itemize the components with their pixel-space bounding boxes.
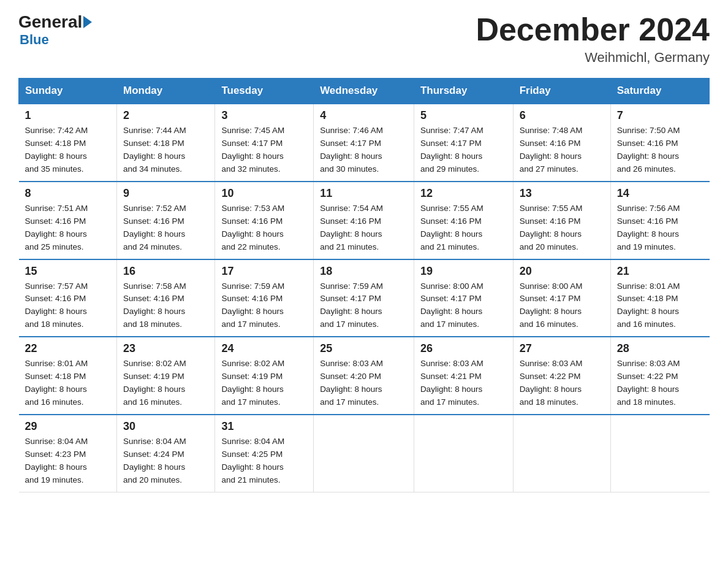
table-row: 23 Sunrise: 8:02 AM Sunset: 4:19 PM Dayl…	[117, 337, 215, 415]
day-info: Sunrise: 7:54 AM Sunset: 4:16 PM Dayligh…	[320, 202, 408, 254]
day-number: 8	[25, 187, 111, 200]
table-row: 10 Sunrise: 7:53 AM Sunset: 4:16 PM Dayl…	[215, 182, 314, 259]
table-row: 6 Sunrise: 7:48 AM Sunset: 4:16 PM Dayli…	[513, 104, 610, 182]
day-number: 16	[123, 265, 208, 278]
day-info: Sunrise: 8:03 AM Sunset: 4:22 PM Dayligh…	[520, 358, 604, 409]
day-number: 25	[320, 342, 408, 355]
day-number: 10	[221, 187, 307, 200]
day-number: 19	[420, 265, 507, 278]
header-monday: Monday	[117, 79, 215, 104]
table-row: 9 Sunrise: 7:52 AM Sunset: 4:16 PM Dayli…	[117, 182, 215, 259]
table-row: 7 Sunrise: 7:50 AM Sunset: 4:16 PM Dayli…	[610, 104, 709, 182]
day-info: Sunrise: 8:04 AM Sunset: 4:25 PM Dayligh…	[221, 435, 307, 487]
day-info: Sunrise: 8:04 AM Sunset: 4:24 PM Dayligh…	[123, 435, 208, 487]
day-info: Sunrise: 7:53 AM Sunset: 4:16 PM Dayligh…	[221, 202, 307, 254]
day-info: Sunrise: 8:02 AM Sunset: 4:19 PM Dayligh…	[221, 358, 307, 409]
day-number: 2	[123, 109, 208, 122]
table-row	[314, 415, 414, 492]
day-number: 20	[520, 265, 604, 278]
table-row: 5 Sunrise: 7:47 AM Sunset: 4:17 PM Dayli…	[414, 104, 513, 182]
table-row: 29 Sunrise: 8:04 AM Sunset: 4:23 PM Dayl…	[19, 415, 117, 492]
day-number: 9	[123, 187, 208, 200]
day-info: Sunrise: 7:58 AM Sunset: 4:16 PM Dayligh…	[123, 280, 208, 332]
table-row	[610, 415, 709, 492]
day-info: Sunrise: 7:50 AM Sunset: 4:16 PM Dayligh…	[617, 124, 703, 176]
day-number: 6	[520, 109, 604, 122]
header-tuesday: Tuesday	[215, 79, 314, 104]
day-number: 14	[617, 187, 703, 200]
calendar-week-row: 8 Sunrise: 7:51 AM Sunset: 4:16 PM Dayli…	[19, 182, 710, 259]
calendar-week-row: 1 Sunrise: 7:42 AM Sunset: 4:18 PM Dayli…	[19, 104, 710, 182]
table-row: 3 Sunrise: 7:45 AM Sunset: 4:17 PM Dayli…	[215, 104, 314, 182]
day-info: Sunrise: 8:01 AM Sunset: 4:18 PM Dayligh…	[25, 358, 111, 409]
table-row: 28 Sunrise: 8:03 AM Sunset: 4:22 PM Dayl…	[610, 337, 709, 415]
day-number: 12	[420, 187, 507, 200]
day-info: Sunrise: 7:55 AM Sunset: 4:16 PM Dayligh…	[520, 202, 604, 254]
day-number: 29	[25, 420, 111, 433]
day-number: 3	[221, 109, 307, 122]
day-number: 24	[221, 342, 307, 355]
location: Weihmichl, Germany	[476, 50, 710, 66]
day-number: 27	[520, 342, 604, 355]
day-info: Sunrise: 7:51 AM Sunset: 4:16 PM Dayligh…	[25, 202, 111, 254]
day-info: Sunrise: 7:57 AM Sunset: 4:16 PM Dayligh…	[25, 280, 111, 332]
day-number: 4	[320, 109, 408, 122]
table-row: 31 Sunrise: 8:04 AM Sunset: 4:25 PM Dayl…	[215, 415, 314, 492]
table-row: 12 Sunrise: 7:55 AM Sunset: 4:16 PM Dayl…	[414, 182, 513, 259]
table-row: 2 Sunrise: 7:44 AM Sunset: 4:18 PM Dayli…	[117, 104, 215, 182]
logo-area: General Blue	[18, 12, 93, 48]
day-info: Sunrise: 8:02 AM Sunset: 4:19 PM Dayligh…	[123, 358, 208, 409]
table-row: 16 Sunrise: 7:58 AM Sunset: 4:16 PM Dayl…	[117, 259, 215, 337]
day-info: Sunrise: 7:48 AM Sunset: 4:16 PM Dayligh…	[520, 124, 604, 176]
logo-blue-text: Blue	[20, 32, 49, 48]
page-header: General Blue December 2024 Weihmichl, Ge…	[18, 12, 710, 66]
table-row: 1 Sunrise: 7:42 AM Sunset: 4:18 PM Dayli…	[19, 104, 117, 182]
day-number: 18	[320, 265, 408, 278]
logo-general-text: General	[18, 12, 82, 32]
title-area: December 2024 Weihmichl, Germany	[476, 12, 710, 66]
day-info: Sunrise: 7:44 AM Sunset: 4:18 PM Dayligh…	[123, 124, 208, 176]
day-number: 11	[320, 187, 408, 200]
calendar-header-row: Sunday Monday Tuesday Wednesday Thursday…	[19, 79, 710, 104]
table-row: 25 Sunrise: 8:03 AM Sunset: 4:20 PM Dayl…	[314, 337, 414, 415]
table-row: 15 Sunrise: 7:57 AM Sunset: 4:16 PM Dayl…	[19, 259, 117, 337]
day-number: 28	[617, 342, 703, 355]
day-info: Sunrise: 7:59 AM Sunset: 4:17 PM Dayligh…	[320, 280, 408, 332]
table-row: 11 Sunrise: 7:54 AM Sunset: 4:16 PM Dayl…	[314, 182, 414, 259]
logo: General	[18, 12, 93, 32]
day-number: 15	[25, 265, 111, 278]
day-number: 30	[123, 420, 208, 433]
day-number: 22	[25, 342, 111, 355]
day-info: Sunrise: 8:01 AM Sunset: 4:18 PM Dayligh…	[617, 280, 703, 332]
day-info: Sunrise: 8:00 AM Sunset: 4:17 PM Dayligh…	[520, 280, 604, 332]
table-row: 18 Sunrise: 7:59 AM Sunset: 4:17 PM Dayl…	[314, 259, 414, 337]
day-number: 1	[25, 109, 111, 122]
table-row: 17 Sunrise: 7:59 AM Sunset: 4:16 PM Dayl…	[215, 259, 314, 337]
header-saturday: Saturday	[610, 79, 709, 104]
calendar-week-row: 15 Sunrise: 7:57 AM Sunset: 4:16 PM Dayl…	[19, 259, 710, 337]
logo-arrow-icon	[83, 16, 92, 28]
day-info: Sunrise: 7:46 AM Sunset: 4:17 PM Dayligh…	[320, 124, 408, 176]
day-number: 13	[520, 187, 604, 200]
day-info: Sunrise: 7:55 AM Sunset: 4:16 PM Dayligh…	[420, 202, 507, 254]
header-wednesday: Wednesday	[314, 79, 414, 104]
day-info: Sunrise: 8:03 AM Sunset: 4:22 PM Dayligh…	[617, 358, 703, 409]
table-row: 14 Sunrise: 7:56 AM Sunset: 4:16 PM Dayl…	[610, 182, 709, 259]
calendar-week-row: 22 Sunrise: 8:01 AM Sunset: 4:18 PM Dayl…	[19, 337, 710, 415]
day-info: Sunrise: 7:52 AM Sunset: 4:16 PM Dayligh…	[123, 202, 208, 254]
day-info: Sunrise: 7:42 AM Sunset: 4:18 PM Dayligh…	[25, 124, 111, 176]
day-info: Sunrise: 7:56 AM Sunset: 4:16 PM Dayligh…	[617, 202, 703, 254]
calendar-week-row: 29 Sunrise: 8:04 AM Sunset: 4:23 PM Dayl…	[19, 415, 710, 492]
table-row: 13 Sunrise: 7:55 AM Sunset: 4:16 PM Dayl…	[513, 182, 610, 259]
day-info: Sunrise: 8:04 AM Sunset: 4:23 PM Dayligh…	[25, 435, 111, 487]
table-row: 8 Sunrise: 7:51 AM Sunset: 4:16 PM Dayli…	[19, 182, 117, 259]
table-row: 24 Sunrise: 8:02 AM Sunset: 4:19 PM Dayl…	[215, 337, 314, 415]
day-info: Sunrise: 7:47 AM Sunset: 4:17 PM Dayligh…	[420, 124, 507, 176]
table-row: 27 Sunrise: 8:03 AM Sunset: 4:22 PM Dayl…	[513, 337, 610, 415]
header-thursday: Thursday	[414, 79, 513, 104]
table-row: 26 Sunrise: 8:03 AM Sunset: 4:21 PM Dayl…	[414, 337, 513, 415]
header-sunday: Sunday	[19, 79, 117, 104]
day-info: Sunrise: 8:03 AM Sunset: 4:21 PM Dayligh…	[420, 358, 507, 409]
day-number: 5	[420, 109, 507, 122]
table-row: 30 Sunrise: 8:04 AM Sunset: 4:24 PM Dayl…	[117, 415, 215, 492]
